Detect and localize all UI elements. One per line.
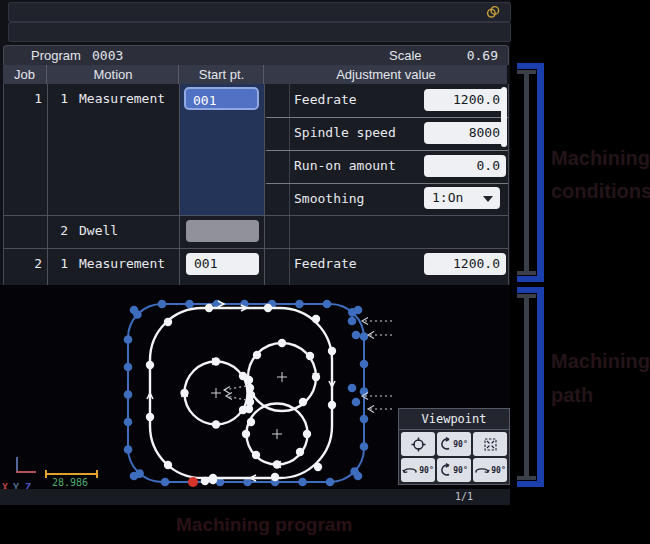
program-scale-bar: Program 0003 Scale 0.69 <box>3 45 509 65</box>
section-divider <box>4 248 508 249</box>
header-start-pt: Start pt. <box>178 65 264 84</box>
job1-motion2-start-input[interactable] <box>186 220 259 242</box>
axis-indicator-y <box>16 457 18 472</box>
label-machining-conditions-line1: Machining <box>551 147 650 170</box>
start-point-dot <box>188 477 198 487</box>
job1-number: 1 <box>4 91 42 106</box>
toolpath-view[interactable]: X Y Z 28.986 Viewpoint <box>0 285 510 489</box>
row-divider <box>266 150 508 151</box>
rotate-horizontal-right-90-button[interactable]: 90° <box>473 458 507 482</box>
job2-number: 2 <box>4 256 42 271</box>
viewpoint-panel: Viewpoint 90° <box>398 408 510 485</box>
label-machining-path-line2: path <box>551 384 593 407</box>
divider-motion-start <box>179 84 180 285</box>
status-strip: 1/1 <box>0 489 510 505</box>
scale-value: 0.69 <box>467 46 498 65</box>
program-table-body: 1 1 Measurement 001 Feedrate 1200.0 Spin… <box>3 84 509 285</box>
header-motion: Motion <box>46 65 179 84</box>
row-divider <box>266 183 508 184</box>
secondary-bar <box>8 22 511 42</box>
label-machining-conditions-line2: conditions <box>551 180 650 203</box>
job2-start-input[interactable]: 001 <box>186 253 259 275</box>
page-indicator: 1/1 <box>455 489 473 505</box>
fit-expand-button[interactable] <box>473 432 507 456</box>
smoothing-value: 1:On <box>432 190 463 205</box>
adjustment-input-run-on-amount[interactable]: 0.0 <box>424 155 506 177</box>
axis-label-y: Y <box>13 482 19 489</box>
machine-control-panel: Program 0003 Scale 0.69 Job Motion Start… <box>0 0 510 505</box>
job2-adjustment-label: Feedrate <box>294 256 357 271</box>
rotate-vertical-90-button-2[interactable]: 90° <box>437 458 471 482</box>
divider-job-motion <box>47 84 48 285</box>
label-machining-path-line1: Machining <box>551 350 650 373</box>
rotate-vertical-90-button[interactable]: 90° <box>437 432 471 456</box>
adjustment-label-feedrate: Feedrate <box>294 92 357 107</box>
bracket-machining-conditions <box>517 63 546 282</box>
job1-motion1-start-input[interactable]: 001 <box>184 87 259 110</box>
scale-label: Scale <box>389 46 422 65</box>
axis-label-z: Z <box>25 482 31 489</box>
job1-motion2-name[interactable]: Dwell <box>79 223 118 238</box>
job1-motion2-number: 2 <box>54 223 68 238</box>
adjustment-input-spindle-speed[interactable]: 8000 <box>424 122 506 144</box>
target-icon <box>411 437 426 452</box>
view-center-button[interactable] <box>401 432 435 456</box>
adjustment-label-run-on-amount: Run-on amount <box>294 158 396 173</box>
axis-indicator-x <box>16 471 36 473</box>
rotate-horizontal-left-90-button[interactable]: 90° <box>401 458 435 482</box>
section-divider <box>4 215 508 216</box>
divider-start-adjustment <box>264 84 265 285</box>
figure-caption: Machining program <box>176 514 352 536</box>
program-label: Program <box>31 46 81 65</box>
job1-motion1-number: 1 <box>54 91 68 106</box>
bracket-machining-path <box>517 287 546 487</box>
job2-motion1-name[interactable]: Measurement <box>79 256 165 271</box>
header-adjustment: Adjustment value <box>263 65 508 84</box>
table-header-row: Job Motion Start pt. Adjustment value <box>3 65 507 84</box>
refresh-rings-icon[interactable] <box>486 5 500 19</box>
row-divider <box>266 117 508 118</box>
rotate-vertical-icon <box>440 437 452 451</box>
adjustment-label-smoothing: Smoothing <box>294 191 364 206</box>
job2-adjustment-input[interactable]: 1200.0 <box>424 253 506 275</box>
adjustment-label-spindle-speed: Spindle speed <box>294 125 396 140</box>
title-bar <box>8 2 511 22</box>
job2-motion1-number: 1 <box>54 256 68 271</box>
header-job: Job <box>3 65 46 84</box>
dropdown-arrow-icon <box>483 196 493 202</box>
rotate-vertical-icon <box>440 463 452 477</box>
screenshot-stage: Program 0003 Scale 0.69 Job Motion Start… <box>0 0 650 544</box>
expand-icon <box>483 437 498 452</box>
program-number: 0003 <box>92 46 123 65</box>
adjustment-scrollbar[interactable] <box>501 87 507 147</box>
ruler-value: 28.986 <box>52 477 88 488</box>
rotate-horizontal-icon <box>402 464 418 476</box>
adjustment-input-feedrate[interactable]: 1200.0 <box>424 89 506 111</box>
smoothing-dropdown[interactable]: 1:On <box>424 187 500 209</box>
rotate-horizontal-icon <box>474 464 490 476</box>
job1-motion1-name[interactable]: Measurement <box>79 91 165 106</box>
axis-label-x: X <box>2 482 8 489</box>
viewpoint-title: Viewpoint <box>399 409 509 430</box>
divider-adjustment-inner <box>289 84 290 285</box>
